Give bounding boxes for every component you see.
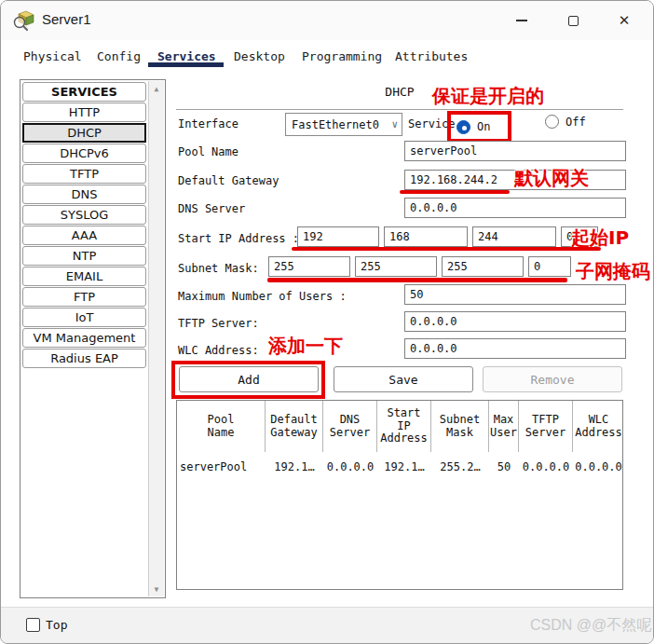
maximize-icon xyxy=(568,16,579,26)
subnet-mask-octet-3[interactable]: 255 xyxy=(442,256,524,277)
top-checkbox-label: Top xyxy=(46,618,67,632)
annotation-service-on: 保证是开启的 xyxy=(432,86,544,106)
sidebar-header-services: SERVICES xyxy=(22,82,146,102)
sidebar-item-dhcpv6[interactable]: DHCPv6 xyxy=(22,144,146,163)
col-pool-name: Pool Name xyxy=(177,401,266,452)
services-sidebar: SERVICES HTTP DHCP DHCPv6 TFTP DNS SYSLO… xyxy=(20,79,166,598)
start-ip-label: Start IP Address : xyxy=(178,228,299,249)
dns-server-label: DNS Server xyxy=(178,199,245,219)
sidebar-item-aaa[interactable]: AAA xyxy=(22,226,146,245)
save-button[interactable]: Save xyxy=(334,366,473,392)
service-off-label: Off xyxy=(565,116,586,129)
pool-name-label: Pool Name xyxy=(178,142,238,162)
start-ip-octet-3[interactable]: 244 xyxy=(472,226,556,247)
scroll-up-icon[interactable]: ▲ xyxy=(149,81,164,96)
sidebar-item-syslog[interactable]: SYSLOG xyxy=(22,205,146,225)
sidebar-item-vm-management[interactable]: VM Management xyxy=(22,328,146,348)
cell-default-gateway: 192.1… xyxy=(266,457,323,477)
sidebar-item-tftp[interactable]: TFTP xyxy=(22,164,146,184)
window-title: Server1 xyxy=(42,11,91,27)
sidebar-item-email[interactable]: EMAIL xyxy=(22,267,146,286)
col-default-gateway: Default Gateway xyxy=(266,401,323,452)
scroll-down-icon[interactable]: ▼ xyxy=(149,582,164,596)
tab-services[interactable]: Services xyxy=(157,49,216,63)
sidebar-item-http[interactable]: HTTP xyxy=(22,103,146,122)
footer-bar: Top CSDN @@不然呢 xyxy=(1,607,654,644)
tab-bar: Physical Config Services Desktop Program… xyxy=(1,40,653,71)
subnet-mask-label: Subnet Mask: xyxy=(178,258,259,279)
sidebar-item-iot[interactable]: IoT xyxy=(22,308,146,327)
default-gateway-label: Default Gateway xyxy=(178,171,279,191)
col-dns-server: DNS Server xyxy=(323,401,377,452)
close-button[interactable]: ✕ xyxy=(609,8,639,33)
start-ip-octet-2[interactable]: 168 xyxy=(384,226,468,247)
subnet-mask-octet-2[interactable]: 255 xyxy=(355,256,437,277)
service-off-group: Off xyxy=(545,115,586,129)
subnet-mask-octet-1[interactable]: 255 xyxy=(268,256,350,277)
service-off-radio[interactable] xyxy=(545,115,559,129)
tftp-server-label: TFTP Server: xyxy=(178,313,259,334)
active-tab-underline xyxy=(148,62,224,67)
tab-physical[interactable]: Physical xyxy=(23,49,82,63)
server-dialog-window: Server1 ✕ Physical Config Services Deskt… xyxy=(0,0,654,644)
csdn-watermark: CSDN @@不然呢 xyxy=(530,616,651,636)
subnet-mask-underline-mark xyxy=(267,278,567,282)
col-wlc-address: WLC Address xyxy=(573,401,624,452)
annotation-add: 添加一下 xyxy=(268,336,343,356)
gateway-underline-mark xyxy=(400,190,510,194)
annotation-subnet-mask: 子网掩码 xyxy=(576,261,650,281)
add-button[interactable]: Add xyxy=(179,366,319,392)
service-on-highlight-box: On xyxy=(447,111,511,143)
wlc-address-label: WLC Address: xyxy=(178,340,259,361)
max-users-input[interactable]: 50 xyxy=(404,284,626,305)
cell-dns-server: 0.0.0.0 xyxy=(323,457,377,477)
cell-wlc-address: 0.0.0.0 xyxy=(573,457,624,477)
close-icon: ✕ xyxy=(619,14,631,28)
sidebar-item-dns[interactable]: DNS xyxy=(22,185,146,204)
remove-button[interactable]: Remove xyxy=(483,366,622,392)
chevron-down-icon: ∨ xyxy=(391,118,398,130)
col-subnet-mask: Subnet Mask xyxy=(431,401,489,452)
sidebar-scrollbar[interactable]: ▲ ▼ xyxy=(148,81,164,596)
top-checkbox[interactable] xyxy=(26,618,40,632)
start-ip-octet-1[interactable]: 192 xyxy=(297,226,379,247)
title-bar: Server1 ✕ xyxy=(1,1,653,40)
sidebar-item-dhcp[interactable]: DHCP xyxy=(22,123,146,143)
tftp-server-input[interactable]: 0.0.0.0 xyxy=(404,311,626,332)
col-tftp-server: TFTP Server xyxy=(519,401,573,452)
minimize-button[interactable] xyxy=(507,8,537,33)
dns-server-input[interactable]: 0.0.0.0 xyxy=(404,198,626,218)
pool-table-row-serverpool[interactable]: serverPool 192.1… 0.0.0.0 192.1… 255.2… … xyxy=(177,457,622,477)
tab-programming[interactable]: Programming xyxy=(302,49,382,63)
cell-subnet-mask: 255.2… xyxy=(431,457,489,477)
pool-table-header: Pool Name Default Gateway DNS Server Sta… xyxy=(177,401,622,452)
sidebar-item-radius-eap[interactable]: Radius EAP xyxy=(22,349,146,368)
max-users-label: Maximum Number of Users : xyxy=(178,286,347,307)
pool-name-input[interactable]: serverPool xyxy=(404,141,626,161)
cell-tftp-server: 0.0.0.0 xyxy=(519,457,573,477)
dhcp-section-title: DHCP xyxy=(176,85,623,99)
interface-dropdown-value: FastEthernet0 xyxy=(292,118,379,131)
interface-dropdown[interactable]: FastEthernet0 ∨ xyxy=(285,113,402,136)
start-ip-underline-mark xyxy=(292,247,601,251)
cell-start-ip: 192.1… xyxy=(377,457,431,477)
tab-attributes[interactable]: Attributes xyxy=(395,49,468,63)
service-on-radio[interactable] xyxy=(456,120,470,134)
annotation-start-ip: 起始IP xyxy=(571,227,629,248)
maximize-button[interactable] xyxy=(558,8,588,33)
packet-tracer-device-icon xyxy=(12,8,35,32)
cell-pool-name: serverPool xyxy=(177,457,266,477)
cell-max-user: 50 xyxy=(489,457,519,477)
sidebar-item-ftp[interactable]: FTP xyxy=(22,287,146,307)
dhcp-pool-table: Pool Name Default Gateway DNS Server Sta… xyxy=(176,400,623,590)
annotation-default-gateway: 默认网关 xyxy=(514,168,589,188)
service-on-label: On xyxy=(477,120,490,133)
sidebar-item-ntp[interactable]: NTP xyxy=(22,246,146,266)
tab-desktop[interactable]: Desktop xyxy=(234,49,285,63)
wlc-address-input[interactable]: 0.0.0.0 xyxy=(404,338,626,359)
subnet-mask-octet-4[interactable]: 0 xyxy=(528,256,571,277)
services-panel: SERVICES HTTP DHCP DHCPv6 TFTP DNS SYSLO… xyxy=(1,71,654,607)
minimize-icon xyxy=(516,20,527,21)
section-divider xyxy=(176,109,623,110)
tab-config[interactable]: Config xyxy=(97,49,141,63)
